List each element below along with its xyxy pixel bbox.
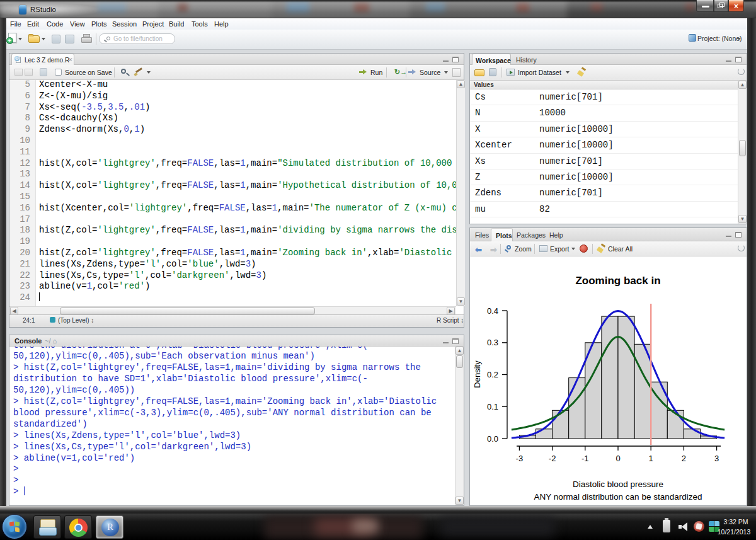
svg-text:3: 3 — [714, 454, 719, 463]
svg-text:Zooming back in: Zooming back in — [575, 275, 660, 287]
svg-text:ANY normal distribution can be: ANY normal distribution can be standardi… — [534, 492, 702, 502]
svg-text:-2: -2 — [549, 454, 556, 463]
svg-text:0.2: 0.2 — [487, 370, 498, 379]
svg-text:0.3: 0.3 — [487, 338, 498, 347]
svg-text:2: 2 — [682, 454, 686, 463]
svg-text:0.4: 0.4 — [487, 306, 498, 316]
svg-text:0: 0 — [616, 454, 620, 463]
svg-text:-1: -1 — [581, 454, 589, 463]
svg-text:Density: Density — [472, 360, 482, 388]
svg-text:-3: -3 — [516, 454, 524, 463]
svg-text:0.0: 0.0 — [487, 434, 498, 444]
svg-text:Diastolic blood pressure: Diastolic blood pressure — [573, 480, 663, 489]
svg-text:0.1: 0.1 — [487, 402, 498, 411]
svg-text:1: 1 — [649, 454, 653, 463]
